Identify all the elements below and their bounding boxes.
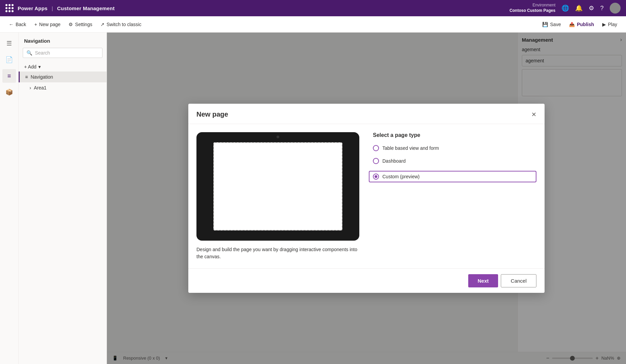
waffle-icon[interactable]: [5, 4, 14, 12]
switch-classic-button[interactable]: ↗ Switch to classic: [97, 20, 145, 29]
dialog-footer: Next Cancel: [188, 268, 545, 293]
sidebar: ☰ 📄 ≡ 📦: [0, 33, 19, 364]
nav-panel-title: Navigation: [19, 37, 107, 48]
top-bar: Power Apps | Customer Management Environ…: [0, 0, 626, 16]
publish-label: Publish: [577, 22, 594, 27]
sidebar-nav-icon[interactable]: ≡: [2, 69, 16, 83]
publish-icon: 📤: [569, 22, 575, 27]
dialog-header: New page ✕: [188, 104, 545, 124]
chevron-down-icon: ▾: [38, 64, 41, 69]
chevron-right-icon: ›: [30, 85, 31, 90]
environment-label: Environment: [510, 3, 555, 8]
sidebar-data-icon[interactable]: 📦: [2, 85, 16, 99]
dialog-close-button[interactable]: ✕: [531, 111, 536, 118]
settings-label: Settings: [75, 22, 92, 27]
canvas-area: Management › agement New page ✕: [107, 33, 626, 364]
close-icon: ✕: [531, 111, 536, 118]
publish-button[interactable]: 📤 Publish: [566, 20, 597, 29]
gear-icon: ⚙: [69, 22, 73, 27]
search-icon: 🔍: [26, 50, 32, 56]
cancel-button[interactable]: Cancel: [501, 274, 536, 287]
environment-info: Environment Contoso Custom Pages: [510, 3, 555, 13]
tablet-screen: [213, 142, 342, 230]
settings-button[interactable]: ⚙ Settings: [65, 20, 96, 29]
sub-bar: ← Back + New page ⚙ Settings ↗ Switch to…: [0, 16, 626, 33]
top-bar-right: Environment Contoso Custom Pages 🌐 🔔 ⚙ ?: [510, 3, 621, 14]
option-dashboard-label: Dashboard: [382, 158, 406, 164]
switch-label: Switch to classic: [107, 22, 141, 27]
app-separator: |: [52, 5, 53, 11]
back-button[interactable]: ← Back: [5, 20, 30, 29]
radio-custom: [373, 174, 379, 180]
radio-dashboard: [373, 158, 379, 164]
globe-icon[interactable]: 🌐: [562, 4, 569, 12]
sidebar-menu-icon[interactable]: ☰: [2, 37, 16, 50]
tablet-camera: [277, 136, 279, 138]
search-placeholder: Search: [35, 50, 50, 56]
notification-icon[interactable]: 🔔: [575, 4, 583, 12]
preview-description: Design and build the page you want by dr…: [196, 246, 359, 260]
new-page-button[interactable]: + New page: [31, 20, 64, 29]
main-content: ☰ 📄 ≡ 📦 Navigation 🔍 Search + Add ▾ ≡ Na…: [0, 33, 626, 364]
play-button[interactable]: ▶ Play: [599, 20, 621, 29]
sub-bar-actions: 💾 Save 📤 Publish ▶ Play: [539, 20, 621, 29]
avatar[interactable]: [610, 3, 621, 14]
radio-table: [373, 145, 379, 151]
nav-item-icon: ≡: [25, 74, 28, 80]
page-type-section: Select a page type Table based view and …: [373, 132, 536, 260]
next-button[interactable]: Next: [468, 274, 498, 287]
nav-item-label: Navigation: [31, 74, 53, 80]
app-product: Power Apps: [18, 5, 48, 11]
tablet-preview: [196, 132, 359, 241]
option-custom[interactable]: Custom (preview): [369, 171, 536, 182]
back-label: Back: [16, 22, 26, 27]
save-label: Save: [550, 22, 561, 27]
option-table-label: Table based view and form: [382, 145, 439, 151]
settings-icon[interactable]: ⚙: [589, 4, 594, 12]
nav-search[interactable]: 🔍 Search: [23, 48, 102, 58]
save-button[interactable]: 💾 Save: [539, 20, 564, 29]
sidebar-page-icon[interactable]: 📄: [2, 53, 16, 66]
radio-dot: [375, 175, 377, 178]
nav-item-area1-label: Area1: [34, 85, 46, 90]
new-page-label: New page: [39, 22, 60, 27]
dialog-preview-section: Design and build the page you want by dr…: [196, 132, 359, 260]
nav-item-area1[interactable]: › Area1: [19, 82, 107, 93]
app-project: Customer Management: [57, 5, 115, 11]
new-page-dialog: New page ✕ Design and build the page you…: [188, 104, 545, 293]
add-button[interactable]: + Add ▾: [19, 62, 46, 72]
environment-name: Contoso Custom Pages: [510, 8, 555, 14]
play-icon: ▶: [602, 22, 606, 27]
option-custom-label: Custom (preview): [382, 174, 420, 179]
dialog-title: New page: [196, 110, 228, 118]
nav-item-navigation[interactable]: ≡ Navigation: [19, 72, 107, 82]
add-label: + Add: [24, 64, 36, 69]
dialog-body: Design and build the page you want by dr…: [188, 124, 545, 268]
nav-panel: Navigation 🔍 Search + Add ▾ ≡ Navigation…: [19, 33, 107, 364]
save-icon: 💾: [542, 22, 548, 27]
play-label: Play: [608, 22, 617, 27]
option-dashboard[interactable]: Dashboard: [373, 158, 536, 164]
back-icon: ←: [9, 22, 14, 27]
modal-overlay: New page ✕ Design and build the page you…: [107, 33, 626, 364]
page-type-label: Select a page type: [373, 132, 536, 138]
switch-icon: ↗: [100, 22, 105, 27]
plus-icon: +: [34, 22, 37, 27]
option-table[interactable]: Table based view and form: [373, 145, 536, 151]
help-icon[interactable]: ?: [600, 5, 604, 12]
